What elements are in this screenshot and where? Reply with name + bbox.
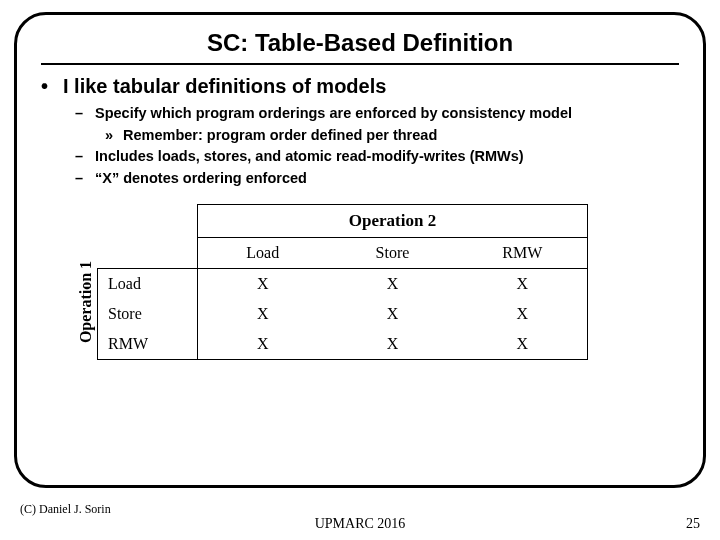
ordering-table: Operation 2 Load Store RMW Load X X X St… [97, 204, 588, 360]
bullet-dash-icon: – [75, 104, 95, 124]
page-number: 25 [686, 516, 700, 532]
col-header: Load [198, 238, 328, 269]
operation-2-label: Operation 2 [198, 205, 588, 238]
title-rule [41, 63, 679, 65]
bullet-l1-text: I like tabular definitions of models [63, 75, 386, 98]
empty-cell [98, 205, 198, 238]
table-cell: X [328, 269, 458, 300]
table-cell: X [328, 299, 458, 329]
bullet-l2: – “X” denotes ordering enforced [75, 169, 679, 189]
row-header: Store [98, 299, 198, 329]
table-row: Store X X X [98, 299, 588, 329]
bullet-dash-icon: – [75, 147, 95, 167]
conference-text: UPMARC 2016 [0, 516, 720, 532]
operation-1-label: Operation 1 [75, 204, 97, 360]
row-header: RMW [98, 329, 198, 360]
table-cell: X [458, 299, 588, 329]
slide-frame: SC: Table-Based Definition • I like tabu… [14, 12, 706, 488]
ordering-table-wrap: Operation 1 Operation 2 Load Store RMW L… [75, 204, 679, 360]
table-cell: X [198, 329, 328, 360]
bullet-l3a-text: Remember: program order defined per thre… [123, 126, 437, 146]
slide-footer: (C) Daniel J. Sorin UPMARC 2016 25 [0, 494, 720, 540]
row-header: Load [98, 269, 198, 300]
col-header: Store [328, 238, 458, 269]
slide-title: SC: Table-Based Definition [41, 29, 679, 57]
bullet-dash-icon: – [75, 169, 95, 189]
table-row: Load Store RMW [98, 238, 588, 269]
bullet-l3: » Remember: program order defined per th… [105, 126, 679, 146]
bullet-l2: – Includes loads, stores, and atomic rea… [75, 147, 679, 167]
bullet-l2a-text: Specify which program orderings are enfo… [95, 104, 572, 124]
table-row: RMW X X X [98, 329, 588, 360]
bullet-l2c-text: “X” denotes ordering enforced [95, 169, 307, 189]
table-cell: X [198, 269, 328, 300]
bullet-raquo-icon: » [105, 126, 123, 146]
table-cell: X [328, 329, 458, 360]
col-header: RMW [458, 238, 588, 269]
empty-cell [98, 238, 198, 269]
table-row: Operation 2 [98, 205, 588, 238]
table-row: Load X X X [98, 269, 588, 300]
table-cell: X [458, 329, 588, 360]
bullet-l1: • I like tabular definitions of models [41, 75, 679, 98]
table-cell: X [198, 299, 328, 329]
bullet-l2b-text: Includes loads, stores, and atomic read-… [95, 147, 524, 167]
copyright-text: (C) Daniel J. Sorin [20, 502, 111, 517]
bullet-list: • I like tabular definitions of models –… [41, 75, 679, 188]
operation-1-text: Operation 1 [77, 261, 95, 343]
bullet-l2: – Specify which program orderings are en… [75, 104, 679, 124]
bullet-dot-icon: • [41, 75, 63, 98]
table-cell: X [458, 269, 588, 300]
